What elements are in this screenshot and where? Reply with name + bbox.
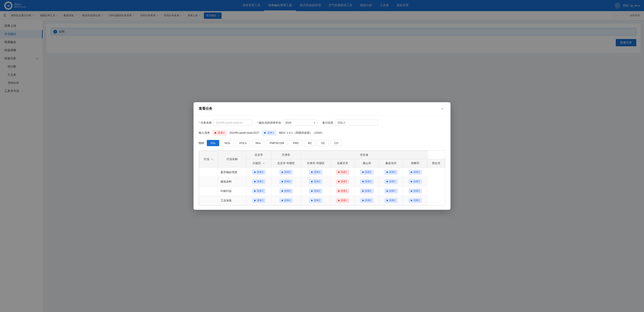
inventory-year-label: 融合后的清单年份 [257, 121, 281, 125]
badge-list1: 清单1 [336, 179, 350, 184]
industry-name-2: 建筑涂料 [218, 177, 246, 186]
cell-3-handan: 清单2 [379, 186, 403, 196]
list2-badge: 清单2 [262, 130, 276, 136]
species-btn-so2[interactable]: SO₂ [207, 140, 219, 146]
industry-name-3: 印刷印染 [218, 186, 246, 196]
th-shijiazhuang: 石家庄市 [330, 159, 355, 168]
form-row-1: 任务名称 融合后的清单年份 2024 备注信息 [199, 120, 445, 126]
cell-1-shijiazhuang: 清单2 [301, 168, 330, 177]
badge-list2: 清单2 [408, 170, 422, 175]
cell-4-handan: 清单2 [379, 196, 403, 205]
badge-list2: 清单2 [384, 170, 398, 175]
fusion-data-table: 行业 ▼ 行业名称 北京市 天津市 河北省 行政区 ▼ 北京市-市辖区 [199, 151, 445, 205]
note-input[interactable] [335, 120, 378, 126]
badge-list2: 清单2 [360, 170, 374, 175]
industry-sort-icon: ▼ [211, 158, 213, 160]
badge-list2: 清单2 [252, 170, 266, 175]
cell-2-tangshan: 清单1 [330, 177, 355, 186]
table-row: 印刷印染 清单2 清单2 [199, 186, 445, 196]
cell-2-qinhuangdao: 清单2 [355, 177, 379, 186]
cell-1-beijing: 清单2 [246, 168, 271, 177]
table-header-row-1: 行业 ▼ 行业名称 北京市 天津市 河北省 [199, 151, 445, 159]
note-field: 备注信息 [322, 120, 378, 126]
input-inventory-label: 输入清单 [199, 131, 210, 135]
th-handan: 邯郸市 [403, 159, 427, 168]
badge-list2: 清单2 [360, 189, 374, 193]
badge-list2: 清单2 [280, 179, 293, 184]
badge-list2: 清单2 [252, 198, 266, 203]
species-btn-pmc[interactable]: PMC [289, 140, 303, 146]
badge-list2: 清单2 [408, 189, 422, 193]
table-row: 废弃物处理源 清单2 清单2 [199, 168, 445, 177]
th-industry-name: 行业名称 [218, 151, 246, 168]
cell-2-xingtai: 清单2 [403, 177, 427, 186]
inventory-year-field: 融合后的清单年份 2024 [257, 120, 317, 126]
task-view-modal: 查看任务 × 任务名称 融合后的清单年份 2024 [194, 102, 450, 210]
badge-list2: 清单2 [384, 179, 398, 184]
cell-2-shijiazhuang: 清单2 [301, 177, 330, 186]
species-btn-vocs[interactable]: VOCs [236, 140, 250, 146]
th-tangshan: 唐山市 [355, 159, 379, 168]
species-btn-oc[interactable]: OC [317, 140, 329, 146]
cell-4-tianjin: 清单2 [271, 196, 301, 205]
badge-list1: 清单1 [336, 170, 350, 175]
cell-1-tangshan: 清单1 [330, 168, 355, 177]
inventory-year-select[interactable]: 2024 [283, 120, 317, 126]
badge-list2: 清单2 [309, 170, 322, 175]
th-xingtai: 邢台市 [427, 159, 445, 168]
cell-4-qinhuangdao: 清单2 [355, 196, 379, 205]
species-btn-nox[interactable]: NOx [221, 140, 234, 146]
badge-list2: 清单2 [384, 189, 398, 193]
th-tianjin: 天津市 [271, 151, 301, 159]
cell-3-tianjin: 清单2 [271, 186, 301, 196]
cell-3-shijiazhuang: 清单2 [301, 186, 330, 196]
note-label: 备注信息 [322, 121, 333, 125]
input-inventory-row: 输入清单 清单1 2024年case8-read-0227 清单2 MEIC 1… [199, 130, 445, 136]
th-hebei: 河北省 [301, 151, 427, 159]
th-tianjin-district: 天津市-市辖区 [301, 159, 330, 168]
modal-header: 查看任务 × [194, 102, 450, 115]
industry-name-1: 废弃物处理源 [218, 168, 246, 177]
modal-title: 查看任务 [199, 107, 212, 111]
species-btn-nh3[interactable]: NH₃ [252, 140, 264, 146]
cell-3-beijing: 清单2 [246, 186, 271, 196]
industry-name-4: 工业涂装 [218, 196, 246, 205]
task-name-input[interactable] [214, 120, 252, 126]
cell-1-tianjin: 清单2 [271, 168, 301, 177]
badge-list2: 清单2 [252, 179, 266, 184]
cell-4-shijiazhuang: 清单2 [301, 196, 330, 205]
inventory-year-select-wrapper: 2024 [283, 120, 317, 126]
species-btn-co[interactable]: CO [330, 140, 342, 146]
list1-dot [214, 132, 216, 134]
cell-1-qinhuangdao: 清单2 [355, 168, 379, 177]
task-name-label: 任务名称 [199, 121, 212, 125]
industry-code-2 [199, 177, 218, 186]
badge-list2: 清单2 [384, 198, 398, 203]
species-btn-pmfncom[interactable]: PMFNCOM [266, 140, 288, 146]
th-qinhuangdao: 秦皇岛市 [379, 159, 403, 168]
th-industry[interactable]: 行业 ▼ [199, 151, 218, 168]
badge-list2: 清单2 [280, 189, 293, 193]
industry-code-4 [199, 196, 218, 205]
industry-code-1 [199, 168, 218, 177]
cell-1-xingtai: 清单2 [403, 168, 427, 177]
modal-close-button[interactable]: × [439, 106, 445, 112]
industry-code-3 [199, 186, 218, 196]
table-row: 建筑涂料 清单2 清单2 [199, 177, 445, 186]
badge-list2: 清单2 [360, 179, 374, 184]
cell-2-handan: 清单2 [379, 177, 403, 186]
badge-list2: 清单2 [280, 198, 293, 203]
th-col-region[interactable]: 行政区 ▼ [246, 159, 271, 168]
list1-badge: 清单1 [212, 130, 227, 136]
species-row: 物种 SO₂ NOx VOCs NH₃ PMFNCOM PMC BC OC CO [199, 140, 445, 146]
th-beijing-district: 北京市-市辖区 [271, 159, 301, 168]
badge-list2: 清单2 [252, 189, 266, 193]
badge-list2: 清单2 [408, 179, 422, 184]
cell-4-tangshan: 清单1 [330, 196, 355, 205]
cell-1-handan: 清单2 [379, 168, 403, 177]
species-btn-bc[interactable]: BC [304, 140, 316, 146]
th-beijing: 北京市 [246, 151, 271, 159]
badge-list2: 清单2 [309, 189, 322, 193]
cell-2-beijing: 清单2 [246, 177, 271, 186]
table-row: 工业涂装 清单2 清单2 [199, 196, 445, 205]
